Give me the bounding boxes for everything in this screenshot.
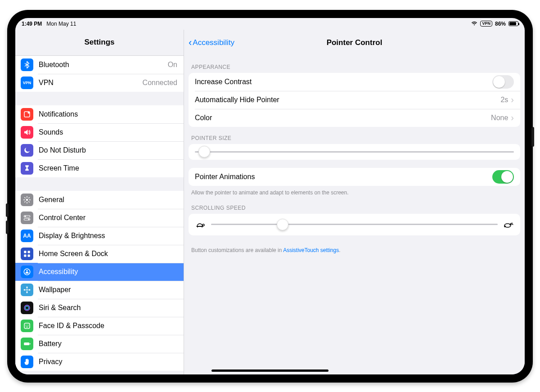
pointer-size-thumb[interactable] xyxy=(198,146,210,158)
sidebar-item-bluetooth[interactable]: BluetoothOn xyxy=(15,56,184,74)
detail-pane: ‹ Accessibility Pointer Control APPEARAN… xyxy=(184,30,525,374)
rabbit-icon xyxy=(503,221,514,228)
svg-point-12 xyxy=(26,270,27,271)
turtle-icon xyxy=(195,221,206,228)
sidebar-item-label: VPN xyxy=(39,79,143,87)
svg-point-19 xyxy=(25,306,29,310)
color-label: Color xyxy=(195,114,491,122)
animations-card: Pointer Animations xyxy=(189,168,520,186)
svg-rect-8 xyxy=(28,251,30,253)
sidebar-item-label: Bluetooth xyxy=(39,61,168,69)
home-indicator[interactable] xyxy=(212,369,328,372)
sidebar-item-label: Do Not Disturb xyxy=(39,146,177,154)
power-button xyxy=(531,127,534,147)
svg-point-1 xyxy=(28,112,30,114)
section-header-pointer-size: POINTER SIZE xyxy=(184,127,525,144)
svg-point-15 xyxy=(27,291,28,293)
auto-hide-label: Automatically Hide Pointer xyxy=(195,96,500,104)
notification-icon xyxy=(21,108,33,121)
svg-point-2 xyxy=(26,198,28,201)
appearance-card: Increase Contrast Automatically Hide Poi… xyxy=(189,73,520,127)
sidebar-item-label: Face ID & Passcode xyxy=(39,322,177,330)
back-button[interactable]: ‹ Accessibility xyxy=(189,38,234,48)
svg-rect-10 xyxy=(28,254,30,257)
sidebar-item-accessibility[interactable]: Accessibility xyxy=(15,263,184,281)
increase-contrast-label: Increase Contrast xyxy=(195,78,492,86)
sidebar-item-privacy[interactable]: Privacy xyxy=(15,353,184,371)
sidebar-item-control-center[interactable]: Control Center xyxy=(15,209,184,227)
sidebar-item-detail: Connected xyxy=(143,79,177,87)
svg-point-22 xyxy=(27,324,28,325)
svg-point-17 xyxy=(28,289,31,290)
sidebar-item-label: Screen Time xyxy=(39,164,177,172)
pointer-size-slider[interactable] xyxy=(195,151,514,153)
increase-contrast-toggle[interactable] xyxy=(492,75,514,89)
assistivetouch-link[interactable]: AssistiveTouch settings xyxy=(283,247,339,253)
sidebar-item-display[interactable]: AADisplay & Brightness xyxy=(15,227,184,245)
back-label: Accessibility xyxy=(193,38,234,47)
sidebar-item-wallpaper[interactable]: Wallpaper xyxy=(15,281,184,299)
sidebar-item-label: Sounds xyxy=(39,128,177,136)
pointer-size-card xyxy=(189,144,520,160)
svg-rect-24 xyxy=(30,343,31,344)
chevron-right-icon: › xyxy=(511,95,514,105)
detail-title: Pointer Control xyxy=(327,38,382,47)
sidebar-item-battery[interactable]: Battery xyxy=(15,335,184,353)
pointer-animations-toggle[interactable] xyxy=(492,170,514,184)
chevron-right-icon: › xyxy=(511,113,514,123)
sidebar-item-label: Control Center xyxy=(39,214,177,222)
sidebar-item-detail: On xyxy=(168,61,177,69)
sidebar-item-notifications[interactable]: Notifications xyxy=(15,105,184,123)
device-frame: 1:49 PM Mon May 11 VPN 86% Settings xyxy=(0,0,540,392)
sidebar-item-siri[interactable]: Siri & Search xyxy=(15,299,184,317)
hand-icon xyxy=(21,356,33,368)
sidebar-title: Settings xyxy=(84,38,114,47)
color-value: None xyxy=(491,114,508,122)
sidebar-item-faceid[interactable]: Face ID & Passcode xyxy=(15,317,184,335)
scroll-speed-card xyxy=(189,214,520,235)
battery-icon xyxy=(21,338,33,350)
face-icon xyxy=(21,320,33,332)
svg-rect-9 xyxy=(24,254,26,257)
row-color[interactable]: Color None › xyxy=(189,109,520,127)
grid-icon xyxy=(21,248,33,260)
screen: 1:49 PM Mon May 11 VPN 86% Settings xyxy=(15,18,525,374)
volume-up-button xyxy=(6,203,9,217)
sidebar-item-label: Battery xyxy=(39,340,177,348)
animations-footer: Allow the pointer to animate and adapt t… xyxy=(184,186,525,202)
content-split: Settings BluetoothOnVPNVPNConnectedNotif… xyxy=(15,30,525,374)
svg-rect-20 xyxy=(24,323,30,329)
volume-down-button xyxy=(6,221,9,234)
row-increase-contrast[interactable]: Increase Contrast xyxy=(189,73,520,91)
vpn-badge: VPN xyxy=(480,21,492,27)
detail-header: ‹ Accessibility Pointer Control xyxy=(184,30,525,56)
row-pointer-animations[interactable]: Pointer Animations xyxy=(189,168,520,186)
sidebar-item-do-not-disturb[interactable]: Do Not Disturb xyxy=(15,141,184,159)
sidebar-item-sounds[interactable]: Sounds xyxy=(15,123,184,141)
svg-rect-7 xyxy=(24,251,26,253)
auto-hide-value: 2s xyxy=(500,96,508,104)
scroll-speed-thumb[interactable] xyxy=(277,219,288,230)
siri-icon xyxy=(21,302,33,314)
row-auto-hide-pointer[interactable]: Automatically Hide Pointer 2s › xyxy=(189,91,520,109)
svg-point-16 xyxy=(24,289,26,290)
pointer-animations-label: Pointer Animations xyxy=(195,173,492,181)
sidebar-header: Settings xyxy=(15,30,184,56)
scroll-speed-slider[interactable] xyxy=(211,224,498,225)
sidebar-list[interactable]: BluetoothOnVPNVPNConnectedNotificationsS… xyxy=(15,56,184,371)
sidebar-item-general[interactable]: General xyxy=(15,191,184,209)
svg-point-14 xyxy=(27,286,28,288)
battery-icon xyxy=(508,21,518,26)
svg-point-25 xyxy=(202,224,204,226)
hourglass-icon xyxy=(21,162,33,175)
battery-percent: 86% xyxy=(495,21,506,27)
moon-icon xyxy=(21,144,33,157)
svg-point-6 xyxy=(28,219,29,220)
sidebar-item-vpn[interactable]: VPNVPNConnected xyxy=(15,74,184,92)
sidebar-item-home-screen[interactable]: Home Screen & Dock xyxy=(15,245,184,263)
svg-rect-23 xyxy=(24,342,29,345)
person-circle-icon xyxy=(21,266,33,278)
section-header-appearance: APPEARANCE xyxy=(184,56,525,73)
sidebar-item-screen-time[interactable]: Screen Time xyxy=(15,159,184,177)
device-bezel: 1:49 PM Mon May 11 VPN 86% Settings xyxy=(7,10,533,383)
